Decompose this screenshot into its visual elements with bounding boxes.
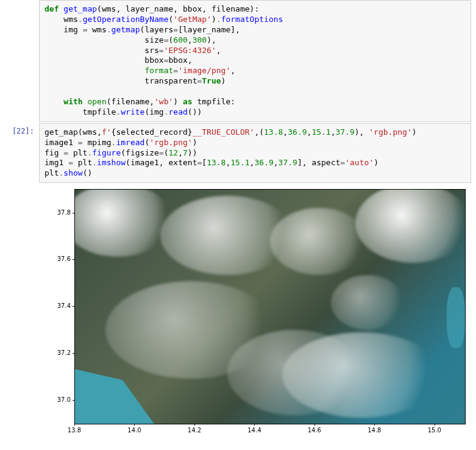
cloud [282,332,441,418]
sea-region [75,369,154,424]
cell-prompt: [22]: [5,123,39,183]
x-tick-label: 14.6 [302,427,327,434]
cloud [331,275,404,330]
code-block[interactable]: def get_map(wms, layer_name, bbox, filen… [44,4,466,118]
code-input-area[interactable]: def get_map(wms, layer_name, bbox, filen… [39,0,471,122]
code-block[interactable]: get_map(wms,f'{selected_record}__TRUE_CO… [44,127,466,179]
y-tick-label: 37.4 [52,302,71,309]
cloud [355,189,466,263]
y-tick-label: 37.8 [52,209,71,216]
x-tick-label: 15.0 [422,427,447,434]
y-tick-label: 37.6 [52,255,71,262]
x-tick-label: 14.4 [242,427,266,434]
lake-region [447,287,465,348]
code-input-area[interactable]: get_map(wms,f'{selected_record}__TRUE_CO… [39,123,471,183]
x-tick-label: 14.8 [362,427,386,434]
matplotlib-figure: 37.037.237.437.637.8 13.814.014.214.414.… [34,185,472,448]
code-cell-2: [22]: get_map(wms,f'{selected_record}__T… [5,123,471,183]
y-tick-label: 37.0 [52,396,71,403]
plot-image [74,189,466,424]
x-tick-label: 14.2 [182,427,207,434]
output-cell: 37.037.237.437.637.8 13.814.014.214.414.… [5,184,471,450]
code-cell-1: def get_map(wms, layer_name, bbox, filen… [5,0,471,122]
cloud [270,208,368,275]
x-tick-label: 14.0 [122,427,146,434]
cloud [74,189,172,257]
output-prompt [5,184,34,450]
notebook: def get_map(wms, layer_name, bbox, filen… [0,0,476,450]
y-tick-label: 37.2 [52,349,71,356]
cell-prompt [5,0,39,122]
output-area: 37.037.237.437.637.8 13.814.014.214.414.… [34,184,472,450]
x-tick-label: 13.8 [62,427,87,434]
